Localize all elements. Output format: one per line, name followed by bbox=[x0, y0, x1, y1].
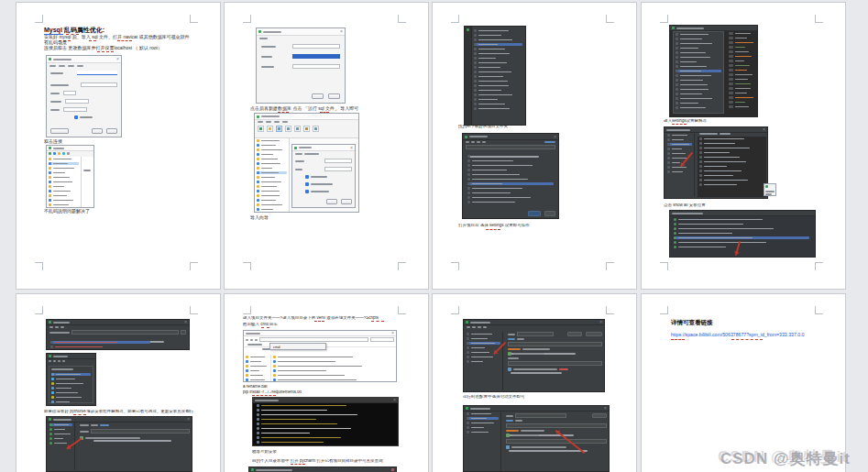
stub-row bbox=[257, 413, 394, 416]
screenshot-settings-dialog[interactable] bbox=[664, 126, 768, 199]
stub-row bbox=[257, 181, 287, 183]
field-row bbox=[80, 429, 190, 434]
toolbar bbox=[47, 151, 93, 156]
interpreter-rows bbox=[672, 217, 811, 255]
screenshot-interpreter-settings[interactable] bbox=[46, 319, 190, 350]
margin-crop-mark bbox=[190, 262, 198, 270]
red-underline-mark bbox=[117, 40, 132, 41]
screenshot-ide-file-menu[interactable] bbox=[464, 26, 526, 126]
stub-row bbox=[467, 182, 554, 185]
document-page-7[interactable]: 运行时在配置中选择启动文件即可 bbox=[433, 294, 636, 472]
stub-row bbox=[474, 48, 522, 50]
stub-row bbox=[49, 185, 79, 188]
database-tree bbox=[47, 157, 82, 207]
connect-icon bbox=[49, 152, 51, 155]
document-page-2[interactable]: 点击后再新建数据库 点击 「运行 sql 文件」 导入即可 bbox=[225, 3, 428, 289]
screenshot-navicat-tree[interactable] bbox=[46, 145, 94, 208]
screenshot-run-config-1[interactable] bbox=[463, 319, 605, 392]
view-icon bbox=[62, 152, 65, 155]
stub-row bbox=[699, 147, 764, 149]
margin-crop-mark bbox=[35, 306, 43, 314]
screenshot-newdb-dialog[interactable] bbox=[256, 27, 346, 104]
document-page-1[interactable]: Mysql 乱码属性优化: 安装好 mysql 后、导入 sql 文件、打开 n… bbox=[16, 3, 220, 289]
field-row bbox=[508, 348, 602, 350]
file-tree bbox=[466, 154, 555, 209]
paragraph: 进入项目文件夹——>进入项目目录下的 venv 虚拟环境文件夹——>Script… bbox=[243, 316, 379, 321]
screenshot-run-config-2[interactable] bbox=[463, 405, 610, 472]
close-icon bbox=[116, 57, 119, 61]
margin-crop-mark bbox=[606, 306, 614, 314]
ok-button bbox=[528, 211, 541, 216]
app-icon bbox=[49, 418, 51, 421]
paragraph: 安装好 mysql 后、导入 sql 文件、打开 navicat 或其他数据库可… bbox=[44, 35, 190, 40]
red-underline-mark bbox=[671, 339, 685, 340]
app-icon bbox=[49, 355, 51, 357]
document-page-8[interactable]: 详情可查看链接 https://space.bilibili.com/50637… bbox=[642, 294, 845, 472]
import-dialog bbox=[291, 144, 356, 208]
stub-row bbox=[667, 143, 692, 146]
margin-crop-mark bbox=[606, 15, 614, 23]
interpreter-path-row bbox=[47, 329, 189, 335]
screenshot-open-dialog[interactable] bbox=[462, 133, 559, 219]
address-bar[interactable] bbox=[259, 337, 368, 342]
field-row bbox=[508, 357, 602, 359]
stub-row bbox=[676, 42, 721, 45]
screenshot-connection-dialog[interactable] bbox=[46, 55, 122, 137]
document-page-4[interactable]: 进入settings设置解释器 点击 show all 安装位置 bbox=[642, 3, 845, 289]
stub-row bbox=[257, 208, 287, 211]
paragraph: 连接后双击 更改数据库并打开设置localhost （ 默认 root） bbox=[44, 46, 162, 51]
app-icon bbox=[467, 28, 469, 31]
stub-row bbox=[729, 60, 754, 62]
screenshot-venv-settings[interactable] bbox=[46, 416, 192, 472]
field-row bbox=[292, 165, 355, 173]
stub-row bbox=[467, 360, 500, 363]
name-row bbox=[506, 413, 607, 418]
dialog-toolbar bbox=[463, 140, 558, 144]
stub-row bbox=[246, 374, 269, 377]
close-icon bbox=[599, 320, 602, 324]
stub-row bbox=[49, 194, 79, 197]
cancel-button bbox=[341, 199, 352, 204]
screenshot-terminal[interactable] bbox=[252, 397, 399, 446]
screenshot-file-explorer[interactable]: cmd bbox=[243, 330, 397, 382]
stub-row bbox=[51, 373, 91, 376]
stub-row bbox=[273, 360, 394, 363]
document-page-5[interactable]: 如果你没装好 python环境就安装组件解释器、如果已有可跳过、更新安装直接都行… bbox=[16, 294, 220, 472]
dialog-footer bbox=[326, 199, 352, 204]
caption: 运行时在配置中选择启动文件即可 bbox=[463, 395, 525, 400]
cancel-button bbox=[106, 128, 117, 134]
document-page-3[interactable]: 找到刚下载好的项目文件夹 打开项目后 选择 settings 设置即可操作 bbox=[433, 3, 636, 289]
search-box[interactable] bbox=[370, 337, 394, 342]
stub-row bbox=[51, 396, 91, 399]
screenshot-ide-menu-editor[interactable] bbox=[669, 25, 758, 117]
file-menu-list bbox=[472, 28, 524, 124]
query-icon bbox=[313, 126, 319, 132]
name-row bbox=[508, 332, 602, 336]
stub-row bbox=[474, 57, 522, 60]
stub-row bbox=[49, 423, 72, 426]
code-editor bbox=[727, 31, 756, 114]
explorer-navbar bbox=[244, 336, 396, 343]
address-dropdown[interactable]: cmd bbox=[269, 343, 326, 350]
screenshot-pycharm-top[interactable] bbox=[248, 467, 397, 472]
stub-row bbox=[467, 187, 554, 190]
stub-row bbox=[676, 56, 721, 59]
caption: 稍等片刻安装 bbox=[252, 450, 277, 455]
bilibili-link[interactable]: https://space.bilibili.com/506378677?spm… bbox=[671, 333, 805, 337]
cancel-button bbox=[328, 93, 340, 99]
margin-crop-mark bbox=[451, 262, 459, 270]
document-page-6[interactable]: 进入项目文件夹——>进入项目目录下的 venv 虚拟环境文件夹——>Script… bbox=[225, 294, 428, 472]
stub-row bbox=[246, 356, 269, 358]
dialog-titlebar bbox=[257, 28, 345, 36]
margin-crop-mark bbox=[660, 306, 668, 314]
paragraph: 有乱码场景 bbox=[44, 40, 67, 46]
close-icon bbox=[340, 29, 343, 34]
screenshot-add-interpreter-menu[interactable] bbox=[46, 353, 96, 406]
close-icon bbox=[393, 398, 396, 402]
stub-row bbox=[676, 83, 721, 86]
screenshot-import-wizard[interactable] bbox=[254, 113, 359, 213]
dialog-titlebar bbox=[292, 145, 355, 151]
stub-row bbox=[257, 199, 287, 202]
stub-row bbox=[676, 88, 721, 91]
screenshot-interpreter-list[interactable] bbox=[669, 210, 816, 258]
